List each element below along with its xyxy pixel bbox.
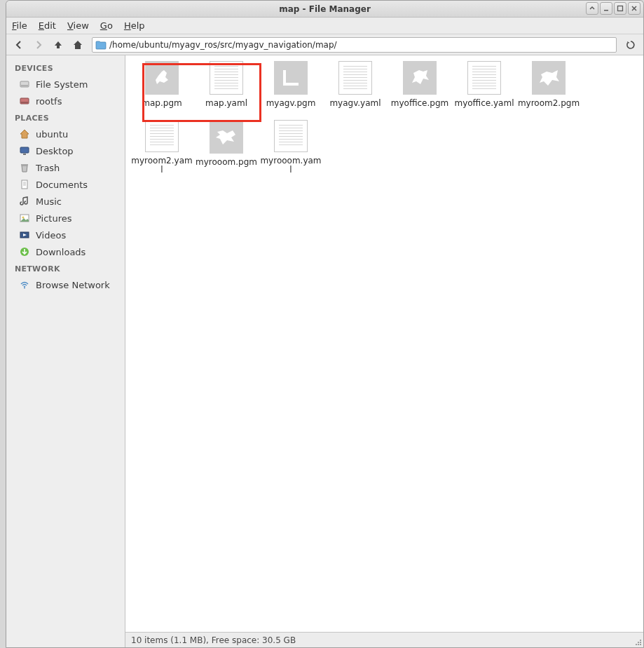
- sidebar-item-videos[interactable]: Videos: [6, 227, 125, 243]
- file-label: myagv.pgm: [266, 99, 316, 108]
- svg-rect-5: [21, 102, 28, 103]
- svg-rect-17: [640, 642, 641, 643]
- sidebar-item-label: ubuntu: [36, 129, 68, 140]
- sidebar-item-desktop[interactable]: Desktop: [6, 142, 125, 159]
- doc-icon: [19, 179, 30, 190]
- sidebar: DEVICES File Systemrootfs PLACES ubuntuD…: [6, 55, 125, 647]
- sidebar-item-browse-network[interactable]: Browse Network: [6, 276, 125, 293]
- sidebar-item-label: rootfs: [36, 96, 62, 107]
- sidebar-item-label: Documents: [36, 180, 88, 190]
- minimize-button[interactable]: [600, 2, 612, 15]
- file-label: map.pgm: [142, 99, 181, 108]
- up-button[interactable]: [50, 36, 67, 53]
- main-area: map.pgmmap.yamlmyagv.pgmmyagv.yamlmyoffi…: [125, 55, 643, 647]
- resize-grip-icon[interactable]: [633, 637, 642, 646]
- file-item[interactable]: myrooom.yaml: [259, 119, 323, 175]
- file-item[interactable]: myoffice.yaml: [452, 60, 516, 116]
- svg-rect-20: [640, 640, 641, 641]
- sidebar-item-downloads[interactable]: Downloads: [6, 243, 125, 260]
- file-grid[interactable]: map.pgmmap.yamlmyagv.pgmmyagv.yamlmyoffi…: [125, 55, 643, 632]
- desktop-icon: [19, 145, 30, 156]
- music-icon: [19, 196, 30, 207]
- menu-edit[interactable]: Edit: [39, 20, 56, 31]
- file-item[interactable]: myoffice.pgm: [388, 60, 452, 116]
- file-item[interactable]: myroom2.yaml: [130, 119, 194, 175]
- menu-file[interactable]: File: [12, 20, 27, 31]
- file-label: myrooom.yaml: [259, 156, 322, 175]
- shade-button[interactable]: [586, 2, 598, 15]
- sidebar-header-devices: DEVICES: [6, 60, 125, 76]
- sidebar-item-label: Music: [36, 196, 62, 207]
- drive-ext-icon: [19, 95, 30, 107]
- back-button[interactable]: [11, 36, 27, 53]
- sidebar-item-music[interactable]: Music: [6, 193, 125, 210]
- body: DEVICES File Systemrootfs PLACES ubuntuD…: [6, 55, 643, 647]
- svg-rect-18: [636, 644, 637, 645]
- toolbar: /home/ubuntu/myagv_ros/src/myagv_navigat…: [6, 34, 643, 55]
- wifi-icon: [19, 279, 30, 290]
- forward-button[interactable]: [30, 36, 47, 53]
- sidebar-item-documents[interactable]: Documents: [6, 176, 125, 193]
- file-item[interactable]: map.pgm: [130, 60, 194, 116]
- document-thumb-icon: [467, 61, 501, 95]
- path-entry[interactable]: /home/ubuntu/myagv_ros/src/myagv_navigat…: [92, 37, 617, 53]
- image-thumb-icon: [532, 61, 566, 95]
- svg-rect-16: [638, 644, 639, 645]
- pictures-icon: [19, 212, 30, 224]
- path-text: /home/ubuntu/myagv_ros/src/myagv_navigat…: [109, 40, 613, 50]
- home-icon: [19, 128, 30, 140]
- statusbar: 10 items (1.1 MB), Free space: 30.5 GB: [125, 632, 643, 647]
- file-label: myroom2.yaml: [130, 156, 193, 175]
- sidebar-item-label: Desktop: [36, 146, 74, 156]
- document-thumb-icon: [274, 120, 308, 152]
- sidebar-item-trash[interactable]: Trash: [6, 159, 125, 176]
- menu-view[interactable]: View: [67, 20, 89, 31]
- menubar: File Edit View Go Help: [6, 18, 643, 34]
- close-button[interactable]: [628, 2, 640, 15]
- sidebar-item-label: Videos: [36, 230, 66, 241]
- file-item[interactable]: map.yaml: [194, 60, 259, 116]
- image-thumb-icon: [274, 61, 308, 95]
- sidebar-item-label: Pictures: [36, 213, 71, 224]
- document-thumb-icon: [210, 61, 243, 95]
- svg-rect-9: [22, 180, 27, 189]
- svg-rect-0: [604, 10, 608, 11]
- sidebar-item-label: File System: [36, 79, 88, 90]
- drive-icon: [19, 79, 30, 90]
- downloads-icon: [19, 246, 30, 257]
- menu-go[interactable]: Go: [100, 20, 113, 31]
- maximize-button[interactable]: [614, 2, 626, 15]
- svg-point-11: [22, 217, 25, 219]
- titlebar[interactable]: map - File Manager: [6, 1, 643, 18]
- status-text: 10 items (1.1 MB), Free space: 30.5 GB: [131, 635, 296, 645]
- menu-help[interactable]: Help: [124, 20, 145, 31]
- window-controls: [586, 2, 640, 15]
- svg-rect-1: [618, 6, 623, 11]
- videos-icon: [19, 229, 30, 241]
- file-item[interactable]: myagv.pgm: [259, 60, 323, 116]
- home-button[interactable]: [69, 36, 86, 53]
- svg-rect-6: [20, 147, 29, 153]
- document-thumb-icon: [145, 120, 179, 152]
- sidebar-item-label: Trash: [36, 163, 60, 173]
- sidebar-item-label: Downloads: [36, 247, 85, 257]
- svg-point-14: [24, 288, 25, 289]
- file-label: myrooom.pgm: [196, 158, 257, 167]
- sidebar-item-pictures[interactable]: Pictures: [6, 210, 125, 227]
- file-item[interactable]: myroom2.pgm: [516, 60, 581, 116]
- file-item[interactable]: myagv.yaml: [323, 60, 388, 116]
- file-manager-window: map - File Manager File Edit View Go Hel…: [6, 0, 644, 648]
- svg-rect-19: [638, 642, 639, 643]
- file-label: myoffice.yaml: [454, 99, 514, 108]
- sidebar-item-ubuntu[interactable]: ubuntu: [6, 126, 125, 142]
- trash-icon: [19, 162, 30, 173]
- file-label: myroom2.pgm: [518, 99, 580, 108]
- reload-button[interactable]: [622, 36, 639, 53]
- file-item[interactable]: myrooom.pgm: [194, 119, 259, 175]
- sidebar-item-file-system[interactable]: File System: [6, 76, 125, 93]
- file-label: map.yaml: [205, 99, 247, 108]
- svg-rect-15: [640, 644, 641, 645]
- document-thumb-icon: [338, 61, 372, 95]
- sidebar-header-places: PLACES: [6, 109, 125, 126]
- sidebar-item-rootfs[interactable]: rootfs: [6, 93, 125, 109]
